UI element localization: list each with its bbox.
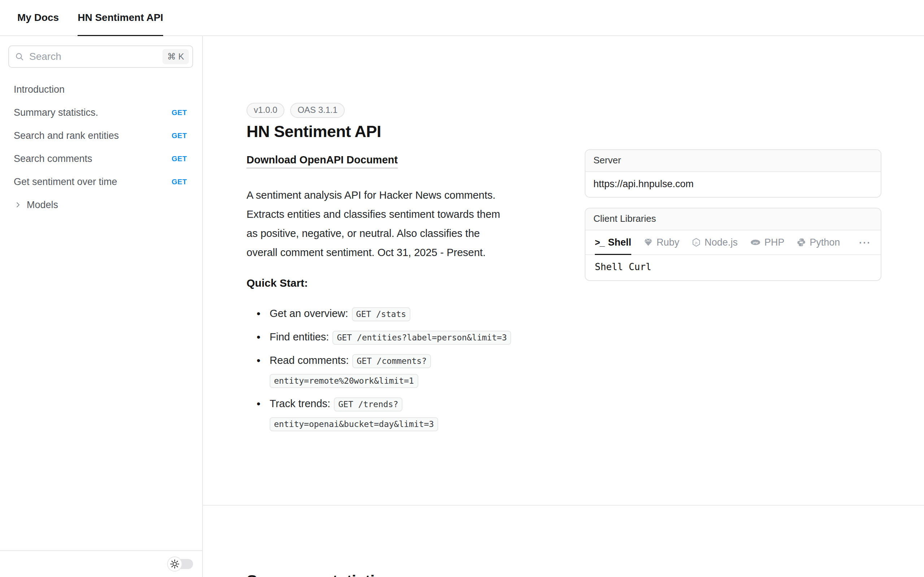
client-libraries-card: Client Libraries >_ Shell Ruby xyxy=(585,208,881,281)
version-badge: v1.0.0 xyxy=(247,103,284,118)
python-icon xyxy=(796,238,806,247)
doc-column: v1.0.0 OAS 3.1.1 HN Sentiment API Downlo… xyxy=(247,36,512,434)
method-badge-get: GET xyxy=(171,108,187,117)
method-badge-get: GET xyxy=(171,155,187,163)
client-library-selection[interactable]: Shell Curl xyxy=(585,255,881,280)
list-item: Find entities:GET /entities?​label=perso… xyxy=(247,327,512,347)
code-snippet: GET /stats xyxy=(352,307,410,321)
ruby-gem-icon xyxy=(643,238,653,247)
tab-my-docs[interactable]: My Docs xyxy=(17,0,59,35)
sidebar-item-summary-statistics[interactable]: Summary statistics. GET xyxy=(0,101,202,124)
page-title: HN Sentiment API xyxy=(247,122,512,141)
list-item: Get an overview:GET /stats xyxy=(247,304,512,324)
tab-php[interactable]: php PHP xyxy=(750,230,785,254)
tab-hn-sentiment-api[interactable]: HN Sentiment API xyxy=(78,0,163,35)
tab-nodejs[interactable]: js Node.js xyxy=(691,230,738,254)
sidebar-item-search-and-rank-entities[interactable]: Search and rank entities GET xyxy=(0,124,202,147)
aside-column: Server https://api.hnpulse.com Client Li… xyxy=(585,149,881,281)
method-badge-get: GET xyxy=(171,178,187,186)
theme-toggle[interactable] xyxy=(167,556,193,572)
client-library-tabs: >_ Shell Ruby js Node.js xyxy=(585,230,881,255)
tab-python[interactable]: Python xyxy=(796,230,840,254)
search-input[interactable]: Search ⌘ K xyxy=(8,45,193,68)
sidebar-item-models[interactable]: Models xyxy=(0,193,202,216)
search-shortcut-badge: ⌘ K xyxy=(162,49,189,64)
chevron-right-icon xyxy=(15,201,22,208)
search-placeholder: Search xyxy=(29,51,61,62)
section-divider xyxy=(203,505,924,506)
sidebar-item-introduction[interactable]: Introduction xyxy=(0,78,202,101)
download-openapi-link[interactable]: Download OpenAPI Document xyxy=(247,154,398,168)
sidebar-nav: Introduction Summary statistics. GET Sea… xyxy=(0,78,202,216)
more-libraries-button[interactable]: ⋯ xyxy=(858,230,871,254)
app-body: Search ⌘ K Introduction Summary statisti… xyxy=(0,36,924,577)
search-icon xyxy=(15,52,24,61)
server-url[interactable]: https://api.hnpulse.com xyxy=(585,172,881,197)
svg-text:php: php xyxy=(753,241,758,244)
sidebar-footer xyxy=(0,550,202,577)
top-header: My Docs HN Sentiment API xyxy=(0,0,924,36)
next-section-heading: Summary statistics. xyxy=(247,572,397,577)
sun-icon xyxy=(170,559,179,569)
nodejs-hexagon-icon: js xyxy=(691,238,701,247)
code-snippet: GET /entities?​label=person&limit=3 xyxy=(333,331,511,345)
toggle-thumb xyxy=(167,556,182,572)
list-item: Read comments:GET /comments?​entity=remo… xyxy=(247,351,512,390)
main-content: v1.0.0 OAS 3.1.1 HN Sentiment API Downlo… xyxy=(203,36,924,577)
sidebar-item-search-comments[interactable]: Search comments GET xyxy=(0,147,202,170)
quick-start-list: Get an overview:GET /stats Find entities… xyxy=(247,304,512,434)
php-icon: php xyxy=(750,238,761,247)
method-badge-get: GET xyxy=(171,132,187,140)
terminal-icon: >_ xyxy=(595,237,604,248)
server-card-title: Server xyxy=(585,150,881,172)
tab-shell[interactable]: >_ Shell xyxy=(595,230,631,254)
tab-ruby[interactable]: Ruby xyxy=(643,230,679,254)
svg-text:js: js xyxy=(695,241,698,245)
oas-badge: OAS 3.1.1 xyxy=(290,103,345,118)
badges-row: v1.0.0 OAS 3.1.1 xyxy=(247,103,512,118)
sidebar: Search ⌘ K Introduction Summary statisti… xyxy=(0,36,203,577)
server-card: Server https://api.hnpulse.com xyxy=(585,149,881,198)
api-description: A sentiment analysis API for Hacker News… xyxy=(247,186,512,262)
list-item: Track trends:GET /trends?​entity=openai&… xyxy=(247,394,512,434)
client-libraries-title: Client Libraries xyxy=(585,208,881,230)
quick-start-heading: Quick Start: xyxy=(247,277,512,290)
sidebar-item-get-sentiment-over-time[interactable]: Get sentiment over time GET xyxy=(0,170,202,193)
